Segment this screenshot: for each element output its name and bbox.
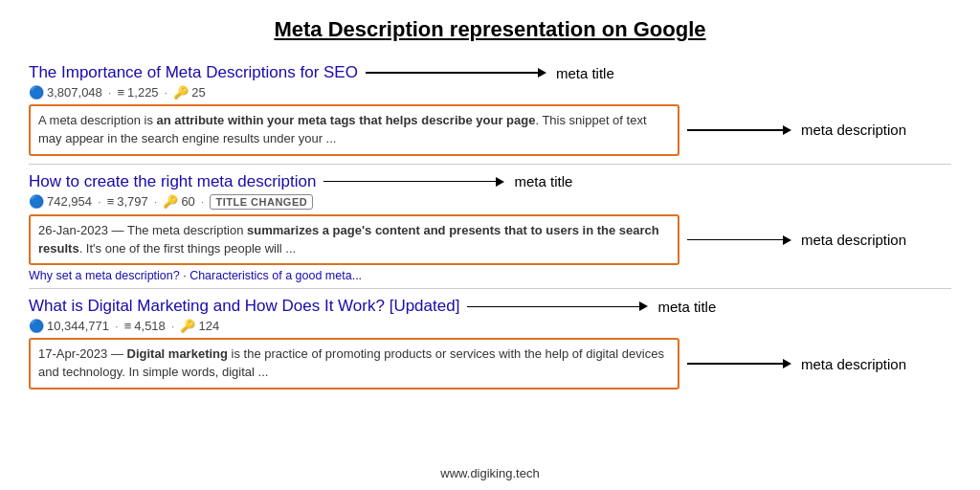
stat-item: ≡4,518 (124, 319, 166, 333)
stat-icon: 🔑 (173, 85, 189, 100)
search-results-area: The Importance of Meta Descriptions for … (29, 56, 951, 397)
page-title: Meta Description representation on Googl… (29, 17, 951, 42)
stat-item: 🔵742,954 (29, 194, 92, 209)
stat-value: 4,518 (134, 319, 166, 333)
footer-url: www.digiking.tech (0, 466, 980, 480)
arrow-head (783, 359, 791, 368)
result-title[interactable]: How to create the right meta description (29, 172, 316, 191)
title-changed-badge: TITLE CHANGED (210, 194, 313, 210)
meta-title-label: meta title (657, 299, 716, 315)
stat-icon: 🔵 (29, 319, 44, 333)
stat-item: 🔵3,807,048 (29, 85, 102, 100)
stat-icon: 🔑 (163, 194, 178, 209)
arrow-head (496, 177, 504, 187)
stat-value: 3,797 (117, 194, 148, 209)
separator: · (171, 319, 175, 333)
meta-description-label: meta description (801, 232, 906, 248)
page-wrapper: Meta Description representation on Googl… (0, 0, 980, 490)
arrow-head (639, 301, 648, 311)
description-box: A meta description is an attribute withi… (29, 104, 679, 156)
result-block: What is Digital Marketing and How Does I… (29, 289, 951, 397)
stat-item: ≡1,225 (117, 85, 158, 100)
sub-links[interactable]: Why set a meta description? · Characteri… (29, 269, 951, 282)
description-row: 26-Jan-2023 — The meta description summa… (29, 212, 951, 268)
description-arrow (687, 125, 791, 135)
stat-item: 🔑124 (180, 319, 219, 333)
arrow-line-body (467, 306, 639, 308)
description-box: 26-Jan-2023 — The meta description summa… (29, 214, 679, 266)
arrow-line-body (366, 72, 538, 74)
stat-icon: ≡ (117, 85, 124, 100)
stat-value: 124 (198, 319, 219, 333)
title-row: How to create the right meta description… (29, 172, 951, 191)
title-row: The Importance of Meta Descriptions for … (29, 63, 951, 82)
meta-description-label: meta description (801, 356, 906, 372)
meta-title-label: meta title (514, 173, 572, 189)
title-row: What is Digital Marketing and How Does I… (29, 297, 951, 316)
stat-icon: 🔵 (29, 85, 44, 100)
stat-icon: 🔵 (29, 194, 44, 209)
stat-item: 🔵10,344,771 (29, 319, 109, 333)
title-arrow (366, 68, 546, 78)
result-block: How to create the right meta description… (29, 165, 951, 290)
description-row: 17-Apr-2023 — Digital marketing is the p… (29, 336, 951, 391)
description-box: 17-Apr-2023 — Digital marketing is the p… (29, 338, 679, 390)
description-row: A meta description is an attribute withi… (29, 102, 951, 158)
stat-icon: ≡ (107, 194, 115, 209)
stat-value: 60 (181, 194, 194, 209)
arrow-line-body (323, 181, 496, 183)
stat-icon: ≡ (124, 319, 132, 333)
meta-title-label: meta title (556, 65, 614, 81)
separator: · (98, 194, 101, 209)
stat-item: 🔑60 (163, 194, 194, 209)
separator: · (108, 85, 112, 100)
stat-value: 742,954 (47, 194, 92, 209)
result-title[interactable]: The Importance of Meta Descriptions for … (29, 63, 358, 82)
description-arrow (687, 235, 791, 245)
stat-value: 25 (191, 85, 205, 100)
stat-value: 1,225 (127, 85, 159, 100)
meta-description-label: meta description (801, 122, 906, 138)
separator: · (165, 85, 168, 100)
separator: · (115, 319, 119, 333)
stat-icon: 🔑 (180, 319, 195, 333)
arrow-head (783, 125, 791, 135)
stat-item: ≡3,797 (107, 194, 148, 209)
arrow-head (538, 68, 546, 78)
separator: · (201, 194, 205, 209)
meta-stats: 🔵10,344,771·≡4,518·🔑124 (29, 319, 951, 333)
title-arrow (467, 301, 648, 311)
arrow-head (783, 235, 791, 245)
arrow-line-body (687, 129, 783, 131)
result-block: The Importance of Meta Descriptions for … (29, 56, 951, 165)
result-title[interactable]: What is Digital Marketing and How Does I… (29, 297, 459, 316)
arrow-line-body (687, 239, 783, 241)
stat-value: 3,807,048 (47, 85, 102, 100)
stat-item: 🔑25 (173, 85, 205, 100)
title-arrow (323, 177, 504, 187)
meta-stats: 🔵3,807,048·≡1,225·🔑25 (29, 85, 951, 100)
description-arrow (687, 359, 791, 368)
separator: · (154, 194, 158, 209)
stat-value: 10,344,771 (47, 319, 109, 333)
arrow-line-body (687, 363, 783, 365)
meta-stats: 🔵742,954·≡3,797·🔑60·TITLE CHANGED (29, 194, 951, 210)
